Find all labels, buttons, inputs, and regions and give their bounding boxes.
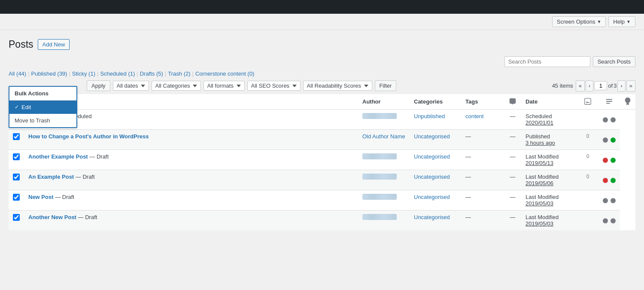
cornerstone-status-link[interactable]: Cornerstone content (0) bbox=[195, 70, 254, 77]
screen-options-arrow-icon: ▼ bbox=[597, 19, 601, 24]
date-cell: Last Modified2019/05/03 bbox=[521, 190, 577, 210]
search-posts-button[interactable]: Search Posts bbox=[593, 56, 635, 67]
bulk-actions-option-edit[interactable]: ✓ Edit bbox=[9, 101, 76, 114]
tags-empty: — bbox=[461, 150, 504, 170]
category-link[interactable]: Uncategorised bbox=[414, 194, 450, 200]
admin-top-bar bbox=[0, 0, 644, 14]
dates-filter[interactable]: All dates bbox=[113, 81, 149, 91]
drafts-status-link[interactable]: Drafts (5) bbox=[140, 70, 163, 77]
published-status-link[interactable]: Published (39) bbox=[31, 70, 67, 77]
screen-options-label: Screen Options bbox=[557, 18, 595, 25]
date-status: Last Modified bbox=[526, 153, 573, 160]
date-status: Published bbox=[526, 133, 573, 140]
filter-button[interactable]: Filter bbox=[375, 80, 397, 91]
bulk-actions-option-trash[interactable]: Move to Trash bbox=[9, 114, 76, 127]
posts-table: Title Author Categories Tags bbox=[9, 94, 635, 230]
items-count: 45 items bbox=[552, 82, 573, 89]
seo-score-cell bbox=[598, 210, 620, 230]
date-value: 2019/05/03 bbox=[526, 220, 573, 227]
tags-empty: — bbox=[461, 170, 504, 190]
help-button[interactable]: Help ▼ bbox=[608, 16, 635, 27]
author-blurred bbox=[362, 194, 397, 200]
score-num-cell bbox=[577, 190, 598, 210]
row-checkbox[interactable] bbox=[13, 133, 20, 140]
comments-cell: — bbox=[504, 109, 521, 129]
checkmark-icon: ✓ bbox=[15, 104, 19, 110]
sticky-status-link[interactable]: Sticky (1) bbox=[72, 70, 95, 77]
readability-dot bbox=[611, 137, 616, 143]
svg-rect-1 bbox=[606, 99, 612, 100]
status-filter-links: All (44) | Published (39) | Sticky (1) |… bbox=[9, 70, 635, 77]
date-value: 2020/01/01 bbox=[526, 119, 573, 126]
post-title-link[interactable]: An Example Post bbox=[28, 174, 74, 180]
readability-icon bbox=[605, 98, 613, 105]
page-number-input[interactable] bbox=[594, 81, 607, 90]
search-input[interactable] bbox=[504, 56, 590, 67]
row-checkbox[interactable] bbox=[13, 214, 20, 221]
trash-status-link[interactable]: Trash (2) bbox=[168, 70, 190, 77]
category-link[interactable]: Uncategorised bbox=[414, 133, 450, 140]
table-row: How to Change a Post's Author in WordPre… bbox=[9, 129, 635, 150]
row-checkbox[interactable] bbox=[13, 174, 20, 180]
th-comments bbox=[504, 94, 521, 110]
seo-dot bbox=[603, 178, 608, 183]
post-status-suffix: — Draft bbox=[76, 214, 97, 220]
row-checkbox[interactable] bbox=[13, 153, 20, 160]
bulk-actions-label: Bulk Actions bbox=[15, 90, 49, 97]
author-blurred bbox=[362, 113, 397, 119]
screen-options-button[interactable]: Screen Options ▼ bbox=[552, 16, 606, 27]
formats-filter[interactable]: All formats bbox=[204, 81, 245, 91]
first-page-button[interactable]: « bbox=[576, 80, 585, 92]
date-cell: Scheduled2020/01/01 bbox=[521, 109, 577, 129]
seo-dot bbox=[603, 158, 608, 163]
readability-dot bbox=[611, 198, 616, 203]
post-title-link[interactable]: Another Example Post bbox=[28, 153, 88, 160]
post-title-link[interactable]: Another New Post bbox=[28, 214, 76, 220]
post-title-link[interactable]: How to Change a Post's Author in WordPre… bbox=[28, 133, 149, 140]
row-checkbox[interactable] bbox=[13, 194, 20, 201]
tag-link[interactable]: content bbox=[465, 113, 484, 119]
author-blurred bbox=[362, 174, 397, 180]
help-arrow-icon: ▼ bbox=[626, 19, 631, 24]
date-cell: Last Modified2019/05/06 bbox=[521, 170, 577, 190]
seo-filter[interactable]: All SEO Scores bbox=[247, 81, 301, 91]
svg-rect-0 bbox=[585, 98, 591, 104]
th-author: Author bbox=[358, 94, 410, 110]
pagination: « ‹ of 3 › » bbox=[576, 80, 635, 92]
categories-filter[interactable]: All Categories bbox=[152, 81, 201, 91]
table-row: Another Example Post — DraftUncategorise… bbox=[9, 150, 635, 170]
svg-rect-3 bbox=[606, 103, 610, 104]
tags-empty: — bbox=[461, 190, 504, 210]
date-value: 3 hours ago bbox=[526, 140, 573, 146]
scheduled-status-link[interactable]: Scheduled (1) bbox=[100, 70, 135, 77]
bulk-actions-option-header[interactable]: Bulk Actions bbox=[9, 87, 76, 101]
table-header-row: Title Author Categories Tags bbox=[9, 94, 635, 110]
th-tags: Tags bbox=[461, 94, 504, 110]
category-link[interactable]: Uncategorised bbox=[414, 174, 450, 180]
date-cell: Last Modified2019/05/03 bbox=[521, 210, 577, 230]
author-link[interactable]: Old Author Name bbox=[362, 133, 405, 140]
readability-filter[interactable]: All Readability Scores bbox=[303, 81, 372, 91]
next-page-button[interactable]: › bbox=[617, 80, 625, 92]
th-seo bbox=[577, 94, 598, 110]
score-num-cell: 0 bbox=[577, 170, 598, 190]
seo-dot bbox=[603, 218, 608, 223]
help-label: Help bbox=[613, 18, 625, 25]
last-page-button[interactable]: » bbox=[626, 80, 635, 92]
date-status: Last Modified bbox=[526, 214, 573, 220]
seo-dot bbox=[603, 117, 608, 122]
category-link[interactable]: Uncategorised bbox=[414, 214, 450, 220]
score-num-cell: 0 bbox=[577, 150, 598, 170]
post-title-link[interactable]: New Post bbox=[28, 194, 54, 200]
pagination-area: 45 items « ‹ of 3 › » bbox=[552, 80, 635, 92]
add-new-button[interactable]: Add New bbox=[38, 39, 70, 50]
apply-button[interactable]: Apply bbox=[87, 80, 110, 91]
all-status-link[interactable]: All (44) bbox=[9, 70, 26, 77]
th-author-label: Author bbox=[362, 98, 381, 105]
seo-score-cell bbox=[598, 109, 620, 129]
page-total: 3 bbox=[614, 82, 617, 89]
prev-page-button[interactable]: ‹ bbox=[586, 80, 593, 92]
category-link[interactable]: Unpublished bbox=[414, 113, 445, 119]
date-cell: Last Modified2019/05/13 bbox=[521, 150, 577, 170]
category-link[interactable]: Uncategorised bbox=[414, 153, 450, 160]
